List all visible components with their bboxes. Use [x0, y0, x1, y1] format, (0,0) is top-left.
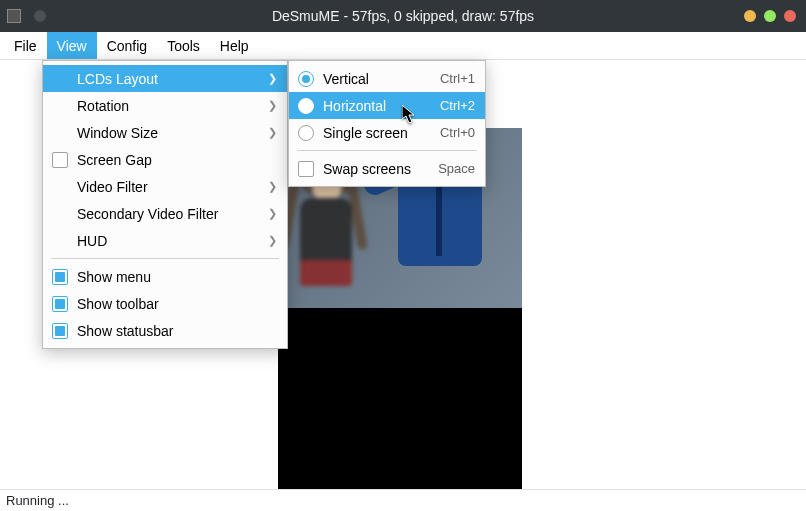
submenu-horizontal[interactable]: Horizontal Ctrl+2 [289, 92, 485, 119]
separator [51, 258, 279, 259]
view-dropdown: LCDs Layout ❯ Rotation ❯ Window Size ❯ S… [42, 60, 288, 349]
checkbox-icon [52, 296, 68, 312]
accelerator: Ctrl+0 [423, 125, 475, 140]
character-left [280, 172, 370, 308]
status-text: Running ... [6, 493, 69, 508]
menu-item-label: Single screen [323, 125, 415, 141]
menu-item-label: Show menu [77, 269, 253, 285]
menu-secondary-video-filter[interactable]: Secondary Video Filter ❯ [43, 200, 287, 227]
accelerator: Ctrl+1 [423, 71, 475, 86]
menu-item-label: Video Filter [77, 179, 253, 195]
chevron-right-icon: ❯ [268, 180, 277, 193]
menu-item-label: Window Size [77, 125, 253, 141]
checkbox-icon [52, 269, 68, 285]
checkbox-icon [52, 323, 68, 339]
menu-screen-gap[interactable]: Screen Gap [43, 146, 287, 173]
menubar: File View Config Tools Help [0, 32, 806, 60]
menu-item-label: Show statusbar [77, 323, 253, 339]
minimize-button[interactable] [744, 10, 756, 22]
chevron-right-icon: ❯ [268, 207, 277, 220]
accelerator: Space [423, 161, 475, 176]
window-title: DeSmuME - 57fps, 0 skipped, draw: 57fps [0, 8, 806, 24]
checkbox-icon [52, 152, 68, 168]
menu-item-label: Screen Gap [77, 152, 253, 168]
radio-icon [298, 98, 314, 114]
menu-file[interactable]: File [4, 32, 47, 59]
window-controls [744, 10, 796, 22]
menu-show-toolbar[interactable]: Show toolbar [43, 290, 287, 317]
menu-rotation[interactable]: Rotation ❯ [43, 92, 287, 119]
statusbar: Running ... [0, 489, 806, 511]
menu-config[interactable]: Config [97, 32, 157, 59]
close-button[interactable] [784, 10, 796, 22]
titlebar: DeSmuME - 57fps, 0 skipped, draw: 57fps [0, 0, 806, 32]
maximize-button[interactable] [764, 10, 776, 22]
close-dot[interactable] [34, 10, 46, 22]
menu-item-label: Secondary Video Filter [77, 206, 253, 222]
separator [297, 150, 477, 151]
lcds-layout-submenu: Vertical Ctrl+1 Horizontal Ctrl+2 Single… [288, 60, 486, 187]
menu-item-label: Rotation [77, 98, 253, 114]
submenu-swap-screens[interactable]: Swap screens Space [289, 155, 485, 182]
menu-view[interactable]: View [47, 32, 97, 59]
menu-item-label: Swap screens [323, 161, 415, 177]
radio-icon [298, 125, 314, 141]
menu-item-label: LCDs Layout [77, 71, 253, 87]
menu-lcds-layout[interactable]: LCDs Layout ❯ [43, 65, 287, 92]
chevron-right-icon: ❯ [268, 126, 277, 139]
chevron-right-icon: ❯ [268, 72, 277, 85]
submenu-vertical[interactable]: Vertical Ctrl+1 [289, 65, 485, 92]
menu-video-filter[interactable]: Video Filter ❯ [43, 173, 287, 200]
menu-item-label: Horizontal [323, 98, 415, 114]
menu-help[interactable]: Help [210, 32, 259, 59]
accelerator: Ctrl+2 [423, 98, 475, 113]
menu-hud[interactable]: HUD ❯ [43, 227, 287, 254]
chevron-right-icon: ❯ [268, 234, 277, 247]
menu-window-size[interactable]: Window Size ❯ [43, 119, 287, 146]
checkbox-icon [298, 161, 314, 177]
menu-show-statusbar[interactable]: Show statusbar [43, 317, 287, 344]
submenu-single-screen[interactable]: Single screen Ctrl+0 [289, 119, 485, 146]
radio-icon [298, 71, 314, 87]
menu-item-label: Show toolbar [77, 296, 253, 312]
menu-item-label: HUD [77, 233, 253, 249]
chevron-right-icon: ❯ [268, 99, 277, 112]
menu-show-menu[interactable]: Show menu [43, 263, 287, 290]
menu-tools[interactable]: Tools [157, 32, 210, 59]
menu-item-label: Vertical [323, 71, 415, 87]
app-icon [0, 9, 24, 23]
